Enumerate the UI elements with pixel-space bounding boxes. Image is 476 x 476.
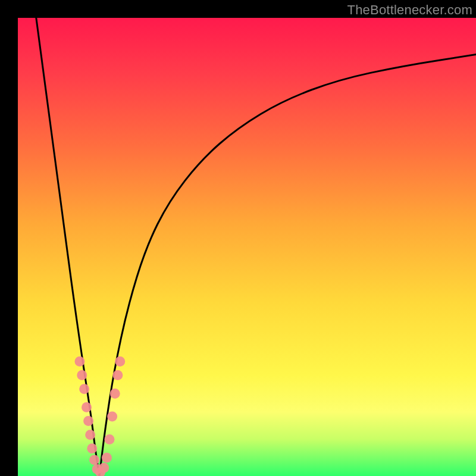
marker-point [115,356,125,367]
watermark-text: TheBottlenecker.com [347,2,472,18]
marker-point [77,370,87,380]
marker-point [74,356,84,367]
plot-area [18,18,476,476]
marker-point [99,463,109,473]
chart-stage: TheBottlenecker.com [0,0,476,476]
marker-point [89,455,99,465]
marker-point [112,370,123,380]
marker-point [105,434,115,444]
marker-point [87,443,97,453]
curve-right-branch [99,55,476,476]
marker-point [110,389,120,399]
marker-point [79,384,89,394]
marker-point [107,411,117,421]
marker-point [82,402,92,412]
marker-point [102,453,112,463]
marker-point [85,430,95,440]
marker-point [83,416,93,426]
bottleneck-curve [18,18,476,476]
